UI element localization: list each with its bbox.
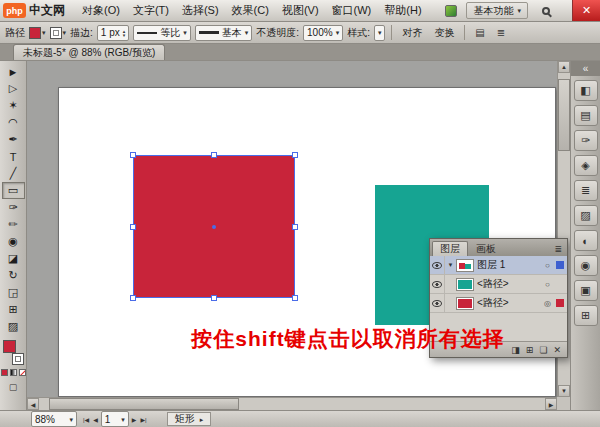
scroll-right-icon[interactable]: ▶	[545, 398, 557, 410]
spinner-icon[interactable]: ▴ ▾	[123, 29, 126, 37]
menu-object[interactable]: 对象(O)	[76, 1, 126, 20]
zoom-level-select[interactable]: 88% ▾	[31, 411, 77, 427]
canvas[interactable]: 按住shift键点击以取消所有选择 图层 画板 ≣ ▼	[27, 61, 570, 410]
tab-artboards[interactable]: 画板	[469, 241, 503, 256]
first-artboard-icon[interactable]: |◀	[82, 416, 90, 423]
brush-definition-dropdown[interactable]: 基本 ▾	[195, 25, 253, 41]
opacity-input[interactable]: 100% ▾	[303, 25, 343, 41]
screen-mode-button[interactable]: ▢	[9, 382, 18, 392]
swatches-panel-icon[interactable]: ▤	[574, 105, 598, 126]
selection-handle-bottom-right[interactable]	[292, 295, 298, 301]
panel-menu-icon[interactable]: ≣	[551, 244, 565, 256]
horizontal-scroll-track[interactable]	[39, 398, 545, 410]
style-dropdown[interactable]: ▾	[374, 25, 386, 41]
target-circle-selected-icon[interactable]: ◎	[541, 299, 554, 308]
next-artboard-icon[interactable]: ▶	[131, 416, 138, 423]
scroll-left-icon[interactable]: ◀	[27, 398, 39, 410]
tool-blob-brush[interactable]: ◉	[2, 233, 25, 250]
fill-indicator[interactable]	[3, 340, 16, 353]
tool-line[interactable]: ╱	[2, 165, 25, 182]
document-setup-icon[interactable]: ▤	[471, 25, 488, 41]
selection-indicator[interactable]	[554, 280, 565, 288]
symbols-panel-icon[interactable]: ◈	[574, 155, 598, 176]
selection-indicator[interactable]	[554, 299, 565, 307]
layer-row-layer1[interactable]: ▼ 图层 1 ○	[430, 256, 567, 275]
path-name[interactable]: <路径>	[477, 277, 541, 291]
color-panel-icon[interactable]: ◧	[574, 80, 598, 101]
menu-window[interactable]: 窗口(W)	[326, 1, 378, 20]
stroke-color-swatch[interactable]: ▾	[50, 27, 67, 39]
scroll-down-icon[interactable]: ▼	[558, 385, 570, 397]
selection-handle-right[interactable]	[292, 224, 298, 230]
tool-scale[interactable]: ◲	[2, 284, 25, 301]
selection-handle-left[interactable]	[130, 224, 136, 230]
navigator-panel-icon[interactable]: ⊞	[574, 305, 598, 326]
expand-panels-icon[interactable]: «	[571, 61, 600, 76]
target-circle-icon[interactable]: ○	[541, 261, 554, 270]
tool-gradient[interactable]: ▨	[2, 318, 25, 335]
status-current-tool[interactable]: 矩形 ▸	[167, 412, 212, 426]
layer-row-red-path[interactable]: <路径> ◎	[430, 294, 567, 313]
opacity-label[interactable]: 不透明度:	[256, 26, 299, 40]
fill-stroke-indicator[interactable]	[2, 340, 25, 365]
document-tab[interactable]: 未标题-5* @ 88% (RGB/预览)	[13, 44, 165, 60]
transform-button[interactable]: 变换	[430, 25, 458, 41]
tool-rectangle[interactable]: ▭	[2, 182, 25, 199]
tool-direct-selection[interactable]: ▷	[2, 80, 25, 97]
workspace-switcher[interactable]: 基本功能 ▾	[466, 2, 528, 19]
menu-help[interactable]: 帮助(H)	[378, 1, 427, 20]
gradient-panel-icon[interactable]: ▨	[574, 205, 598, 226]
preferences-icon[interactable]: ≣	[492, 25, 509, 41]
tool-mesh[interactable]: ⊞	[2, 301, 25, 318]
tool-lasso[interactable]: ◠	[2, 114, 25, 131]
menu-view[interactable]: 视图(V)	[276, 1, 325, 20]
tool-pen[interactable]: ✒	[2, 131, 25, 148]
red-rectangle-selected[interactable]	[133, 155, 295, 298]
target-circle-icon[interactable]: ○	[541, 280, 554, 289]
selection-handle-top-right[interactable]	[292, 152, 298, 158]
selection-handle-top[interactable]	[211, 152, 217, 158]
transparency-panel-icon[interactable]: ◐	[574, 230, 598, 251]
none-mode-button[interactable]	[19, 369, 26, 376]
tab-layers[interactable]: 图层	[432, 241, 468, 256]
last-artboard-icon[interactable]: ▶|	[139, 416, 147, 423]
horizontal-scrollbar[interactable]: ◀ ▶	[27, 397, 557, 410]
tool-eraser[interactable]: ◪	[2, 250, 25, 267]
tool-type[interactable]: T	[2, 148, 25, 165]
menu-select[interactable]: 选择(S)	[176, 1, 225, 20]
tool-selection[interactable]: ►	[2, 63, 25, 80]
menu-type[interactable]: 文字(T)	[127, 1, 175, 20]
appearance-panel-icon[interactable]: ◉	[574, 255, 598, 276]
artboard-number-select[interactable]: 1 ▾	[101, 411, 129, 427]
layer-row-teal-path[interactable]: <路径> ○	[430, 275, 567, 294]
prev-artboard-icon[interactable]: ◀	[92, 416, 99, 423]
selection-handle-bottom[interactable]	[211, 295, 217, 301]
tool-magic-wand[interactable]: ✶	[2, 97, 25, 114]
expand-triangle-icon[interactable]: ▼	[445, 262, 456, 268]
width-profile-dropdown[interactable]: 等比 ▾	[133, 25, 191, 41]
stroke-indicator[interactable]	[12, 353, 24, 365]
selection-indicator[interactable]	[554, 261, 565, 269]
path-name[interactable]: <路径>	[477, 296, 541, 310]
scroll-up-icon[interactable]: ▲	[558, 61, 570, 73]
stroke-panel-icon[interactable]: ≣	[574, 180, 598, 201]
brushes-panel-icon[interactable]: ✑	[574, 130, 598, 151]
align-button[interactable]: 对齐	[398, 25, 426, 41]
visibility-toggle[interactable]	[430, 294, 445, 312]
tool-rotate[interactable]: ↻	[2, 267, 25, 284]
tool-pencil[interactable]: ✏	[2, 216, 25, 233]
visibility-toggle[interactable]	[430, 275, 445, 293]
search-icon[interactable]	[537, 2, 555, 20]
graphic-styles-panel-icon[interactable]: ▣	[574, 280, 598, 301]
vertical-scroll-thumb[interactable]	[558, 79, 570, 151]
tool-paintbrush[interactable]: ✑	[2, 199, 25, 216]
layer-name[interactable]: 图层 1	[477, 258, 541, 272]
menu-effect[interactable]: 效果(C)	[226, 1, 275, 20]
gradient-mode-button[interactable]	[10, 369, 17, 376]
stroke-width-input[interactable]: 1 px ▴ ▾	[97, 25, 129, 41]
fill-color-swatch[interactable]: ▾	[29, 27, 46, 39]
bridge-icon[interactable]	[445, 5, 457, 17]
selection-handle-bottom-left[interactable]	[130, 295, 136, 301]
close-button[interactable]: ✕	[572, 0, 600, 21]
horizontal-scroll-thumb[interactable]	[49, 398, 239, 410]
